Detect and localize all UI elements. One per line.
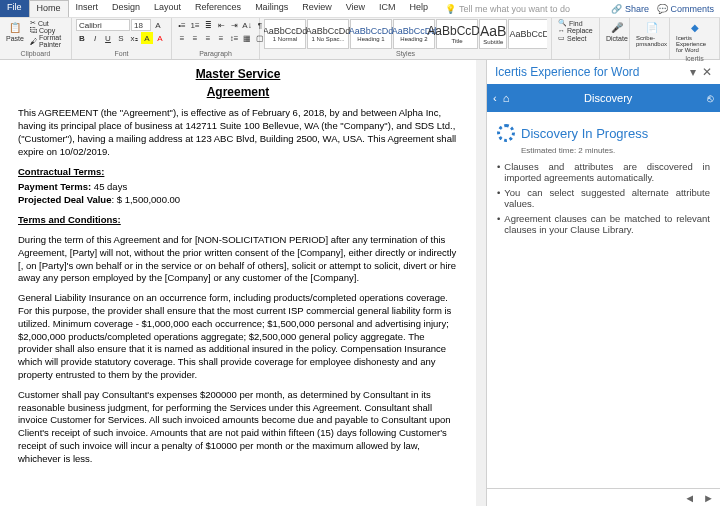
doc-payment-terms: Payment Terms: 45 days [18,181,458,194]
doc-scrollbar[interactable] [476,60,486,506]
home-icon[interactable]: ⌂ [503,92,510,104]
styles-gallery[interactable]: AaBbCcDd1 Normal AaBbCcDd1 No Spac... Aa… [264,19,547,49]
doc-heading-terms: Terms and Conditions: [18,214,458,227]
panel-nav: ‹ ⌂ Discovery ⎋ [487,84,720,112]
document-area[interactable]: Master Service Agreement This AGREEMENT … [0,60,476,506]
select-icon: ▭ [558,34,565,42]
panel-footer: ◄ ► [487,488,720,506]
group-label-paragraph: Paragraph [176,49,255,58]
group-label-clipboard: Clipboard [4,49,67,58]
italic-button[interactable]: I [89,32,101,44]
icertis-button[interactable]: ◆Icertis Experience for Word [674,19,715,54]
tab-file[interactable]: File [0,0,29,17]
panel-next-icon[interactable]: ► [703,492,714,504]
logout-icon[interactable]: ⎋ [707,92,714,104]
line-spacing-button[interactable]: ↕≡ [228,32,240,44]
align-right-button[interactable]: ≡ [202,32,214,44]
highlight-button[interactable]: A [141,32,153,44]
spinner-icon [497,124,515,142]
grow-font-icon[interactable]: A [152,19,164,31]
tab-references[interactable]: References [188,0,248,17]
underline-button[interactable]: U [102,32,114,44]
align-center-button[interactable]: ≡ [189,32,201,44]
style-normal[interactable]: AaBbCcDd1 Normal [264,19,306,49]
discovery-bullet: Agreement clauses can be matched to rele… [497,213,710,235]
icertis-panel: Icertis Experience for Word ▾ ✕ ‹ ⌂ Disc… [486,60,720,506]
cut-icon: ✂ [30,19,36,27]
doc-paragraph: General Liability Insurance on an occurr… [18,292,458,382]
tab-view[interactable]: View [339,0,372,17]
sort-button[interactable]: A↓ [241,19,253,31]
panel-title: Icertis Experience for Word [495,65,640,79]
align-left-button[interactable]: ≡ [176,32,188,44]
font-color-button[interactable]: A [154,32,166,44]
doc-deal-value: Projected Deal Value: $ 1,500,000.00 [18,194,458,207]
panel-prev-icon[interactable]: ◄ [684,492,695,504]
outdent-button[interactable]: ⇤ [215,19,227,31]
menu-tabs: File Home Insert Design Layout Reference… [0,0,720,18]
top-right-actions: 🔗 Share 💬 Comments [611,4,720,14]
doc-title-line1: Master Service [18,66,458,82]
panel-dropdown-icon[interactable]: ▾ [690,65,696,79]
group-label-icertis: Icertis [674,54,715,63]
tell-me-search[interactable]: 💡Tell me what you want to do [445,4,570,14]
doc-paragraph: During the term of this Agreement and fo… [18,234,458,285]
icertis-icon: ◆ [688,20,702,34]
discovery-bullet: Clauses and attributes are discovered in… [497,161,710,183]
bulb-icon: 💡 [445,4,456,14]
back-icon[interactable]: ‹ [493,92,497,104]
style-title[interactable]: AaBbCcDdTitle [436,19,478,49]
tab-help[interactable]: Help [403,0,436,17]
discovery-subtitle: Estimated time: 2 minutes. [521,146,710,155]
tab-layout[interactable]: Layout [147,0,188,17]
paste-button[interactable]: 📋Paste [4,19,26,43]
style-subtitle[interactable]: AaBSubtitle [479,19,507,49]
tab-review[interactable]: Review [295,0,339,17]
find-button[interactable]: 🔍Find [556,19,585,27]
font-size-select[interactable]: 18 [131,19,151,31]
group-label-editing [556,56,595,58]
tab-insert[interactable]: Insert [69,0,106,17]
font-name-select[interactable]: Calibri [76,19,130,31]
style-nospacing[interactable]: AaBbCcDd1 No Spac... [307,19,349,49]
style-more[interactable]: AaBbCcD [508,19,547,49]
share-button[interactable]: 🔗 Share [611,4,649,14]
format-painter-button[interactable]: 🖌Format Painter [28,34,67,48]
panel-nav-title: Discovery [509,92,707,104]
panel-close-icon[interactable]: ✕ [702,65,712,79]
replace-icon: ↔ [558,27,565,34]
shading-button[interactable]: ▦ [241,32,253,44]
copy-button[interactable]: ⿻Copy [28,27,67,34]
discovery-title: Discovery In Progress [521,126,648,141]
doc-paragraph: This AGREEMENT (the "Agreement"), is eff… [18,107,458,158]
tab-design[interactable]: Design [105,0,147,17]
tab-icm[interactable]: ICM [372,0,403,17]
ribbon: 📋Paste ✂Cut ⿻Copy 🖌Format Painter Clipbo… [0,18,720,60]
cut-button[interactable]: ✂Cut [28,19,67,27]
doc-heading-contractual: Contractual Terms: [18,166,458,179]
group-label-styles: Styles [264,49,547,58]
panel-header: Icertis Experience for Word ▾ ✕ [487,60,720,84]
brush-icon: 🖌 [30,38,37,45]
multilevel-button[interactable]: ≣ [202,19,214,31]
subscript-button[interactable]: x₂ [128,32,140,44]
justify-button[interactable]: ≡ [215,32,227,44]
numbering-button[interactable]: 1≡ [189,19,201,31]
scribe-button[interactable]: 📄Scribe-pmsandbox [634,19,669,48]
dictate-button[interactable]: 🎤Dictate [604,19,630,43]
strike-button[interactable]: S [115,32,127,44]
select-button[interactable]: ▭Select [556,34,588,42]
mic-icon: 🎤 [610,20,624,34]
doc-title-line2: Agreement [18,84,458,100]
paste-icon: 📋 [8,20,22,34]
indent-button[interactable]: ⇥ [228,19,240,31]
replace-button[interactable]: ↔Replace [556,27,595,34]
bullets-button[interactable]: •≡ [176,19,188,31]
bold-button[interactable]: B [76,32,88,44]
style-heading1[interactable]: AaBbCcDdHeading 1 [350,19,392,49]
search-icon: 🔍 [558,19,567,27]
tab-home[interactable]: Home [29,0,69,17]
comments-button[interactable]: 💬 Comments [657,4,714,14]
group-label-font: Font [76,49,167,58]
tab-mailings[interactable]: Mailings [248,0,295,17]
